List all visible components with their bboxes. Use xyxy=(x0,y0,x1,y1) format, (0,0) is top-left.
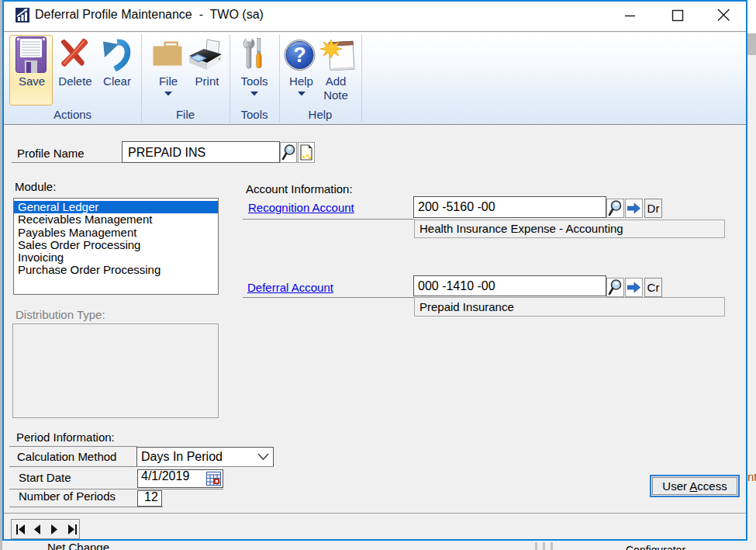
svg-text:?: ? xyxy=(293,43,306,67)
